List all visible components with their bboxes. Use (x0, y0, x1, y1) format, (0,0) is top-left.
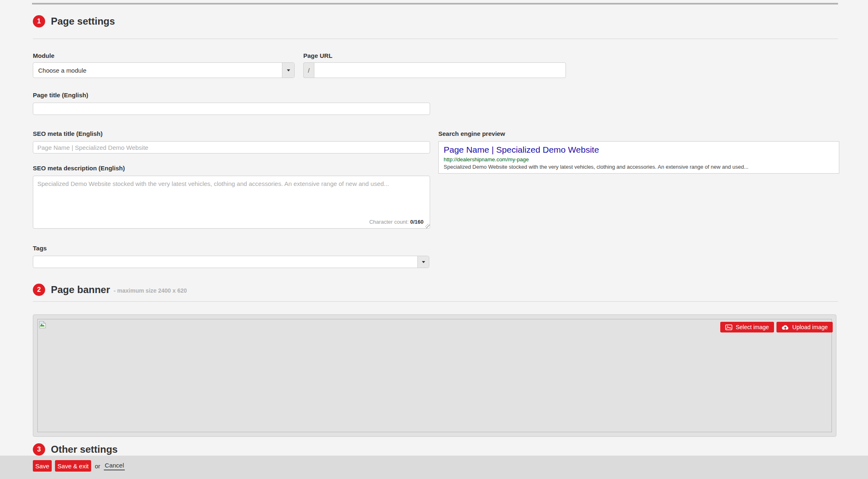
chevron-down-icon (287, 69, 290, 71)
section-number-badge: 3 (33, 443, 45, 456)
preview-description: Specialized Demo Website stocked with th… (444, 164, 834, 170)
top-divider (32, 3, 838, 5)
or-text: or (95, 463, 100, 470)
cloud-upload-icon (781, 324, 789, 330)
banner-image-placeholder (37, 319, 832, 432)
tags-select-caret-button[interactable] (417, 256, 429, 268)
section-page-settings-header: 1 Page settings (33, 15, 115, 28)
preview-title: Page Name | Specialized Demo Website (444, 145, 834, 155)
preview-url: http://dealershipname.com/my-page (444, 156, 834, 163)
section-number-badge: 1 (33, 15, 45, 28)
section-title: Page settings (51, 16, 115, 27)
character-count-value: 0/160 (410, 219, 424, 225)
section-page-banner-header: 2 Page banner - maximum size 2400 x 620 (33, 284, 187, 296)
cancel-link[interactable]: Cancel (104, 462, 125, 470)
section-note: - maximum size 2400 x 620 (114, 287, 187, 294)
section-number-badge: 2 (33, 284, 45, 296)
section-title: Page banner (51, 284, 110, 296)
page-banner-dropzone: Select image Upload image (33, 314, 836, 437)
seo-meta-description-label: SEO meta description (English) (33, 165, 125, 172)
photo-icon (725, 324, 733, 330)
textarea-resize-handle[interactable] (425, 224, 430, 228)
module-label: Module (33, 52, 55, 59)
save-button[interactable]: Save (33, 460, 52, 472)
divider (33, 301, 838, 302)
character-count-label: Character count: (369, 219, 409, 225)
module-select-value: Choose a module (33, 63, 282, 78)
section-other-settings-header: 3 Other settings (33, 443, 118, 456)
upload-image-label: Upload image (792, 324, 828, 330)
seo-meta-title-label: SEO meta title (English) (33, 130, 103, 137)
upload-image-button[interactable]: Upload image (776, 322, 833, 332)
page-url-prefix: / (303, 62, 314, 78)
module-select-caret-button[interactable] (282, 63, 294, 78)
page-title-label: Page title (English) (33, 92, 88, 99)
select-image-label: Select image (736, 324, 769, 330)
seo-meta-title-input[interactable] (33, 141, 430, 154)
footer-action-bar: Save Save & exit or Cancel (0, 456, 868, 479)
page-title-input[interactable] (33, 103, 430, 115)
broken-image-icon (39, 321, 46, 328)
module-select[interactable]: Choose a module (33, 62, 295, 78)
tags-select-value (33, 256, 417, 268)
divider (33, 39, 838, 39)
character-count: Character count: 0/160 (369, 219, 424, 225)
page-url-label: Page URL (303, 52, 332, 59)
search-preview-label: Search engine preview (438, 130, 505, 137)
save-and-exit-button[interactable]: Save & exit (55, 460, 91, 472)
section-title: Other settings (51, 444, 118, 455)
chevron-down-icon (422, 261, 425, 263)
select-image-button[interactable]: Select image (720, 322, 774, 332)
page-url-input[interactable] (314, 62, 566, 78)
page-url-group: / (303, 62, 566, 78)
tags-label: Tags (33, 245, 47, 252)
search-engine-preview: Page Name | Specialized Demo Website htt… (438, 141, 839, 174)
tags-select[interactable] (33, 256, 429, 268)
